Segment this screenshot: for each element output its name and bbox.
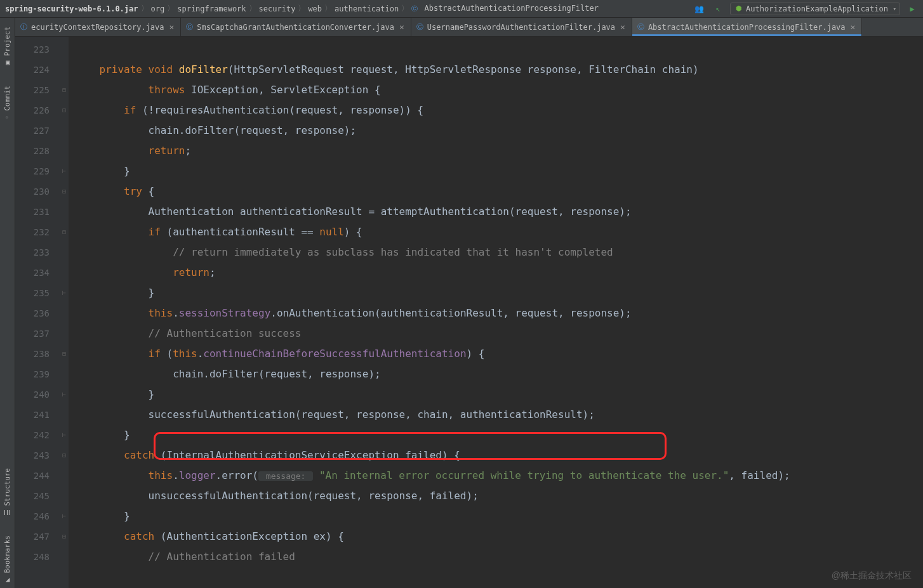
project-tool-tab[interactable]: ▣ Project [2, 23, 13, 70]
code-line[interactable]: } [69, 425, 923, 445]
code-line[interactable]: } [69, 384, 923, 405]
code-editor[interactable]: 2232242252262272282292302312322332342352… [15, 37, 923, 588]
code-line[interactable]: if (authenticationResult == null) { [69, 222, 923, 242]
code-line[interactable]: try { [69, 181, 923, 202]
code-line[interactable]: unsuccessfulAuthentication(request, resp… [69, 486, 923, 506]
code-line[interactable]: // Authentication success [69, 323, 923, 344]
code-line[interactable]: // Authentication failed [69, 547, 923, 567]
line-number: 234 [15, 263, 60, 283]
code-line[interactable]: } [69, 283, 923, 303]
close-icon[interactable]: × [849, 22, 857, 32]
line-number: 238 [15, 344, 60, 364]
editor-tab[interactable]: ⒾecurityContextRepository.java× [15, 18, 181, 36]
code-line[interactable]: } [69, 506, 923, 526]
fold-indicator[interactable]: ⊢ [60, 425, 69, 445]
close-icon[interactable]: × [619, 22, 627, 32]
code-line[interactable]: if (!requiresAuthentication(request, res… [69, 100, 923, 121]
tab-label: Structure [3, 468, 11, 506]
breadcrumb-item[interactable]: org [150, 4, 166, 13]
tab-label: UsernamePasswordAuthenticationFilter.jav… [427, 23, 615, 32]
spring-boot-icon: ⬢ [736, 4, 742, 13]
breadcrumb-class[interactable]: Ⓒ AbstractAuthenticationProcessingFilter [410, 4, 600, 13]
chevron-right-icon: 〉 [298, 3, 305, 14]
code-line[interactable] [69, 39, 923, 60]
fold-indicator [60, 141, 69, 161]
back-arrow-icon[interactable]: ↖ [711, 2, 725, 16]
java-class-icon: Ⓘ [20, 22, 27, 32]
line-number: 229 [15, 161, 60, 181]
fold-indicator [60, 323, 69, 344]
fold-indicator [60, 547, 69, 567]
tab-label: Commit [3, 86, 11, 111]
code-with-me-icon[interactable]: 👥 [692, 2, 706, 16]
class-icon: Ⓒ [411, 5, 418, 12]
code-line[interactable]: } [69, 161, 923, 181]
fold-indicator [60, 364, 69, 384]
code-line[interactable]: successfulAuthentication(request, respon… [69, 405, 923, 425]
line-number: 248 [15, 547, 60, 567]
editor-tab[interactable]: ⒸAbstractAuthenticationProcessingFilter.… [632, 18, 863, 36]
run-button-icon[interactable]: ▶ [905, 2, 919, 16]
editor-tab-bar: ⒾecurityContextRepository.java×ⒸSmsCaptc… [15, 18, 923, 37]
tab-label: Project [3, 27, 11, 56]
fold-indicator[interactable]: ⊟ [60, 100, 69, 121]
fold-indicator [60, 60, 69, 80]
fold-indicator[interactable]: ⊢ [60, 161, 69, 181]
breadcrumb-item[interactable]: springframework [176, 4, 247, 13]
code-content[interactable]: private void doFilter(HttpServletRequest… [69, 37, 923, 588]
code-line[interactable]: throws IOException, ServletException { [69, 80, 923, 100]
breadcrumb-item[interactable]: security [258, 4, 297, 13]
line-number: 227 [15, 121, 60, 141]
bookmark-icon: ◣ [3, 578, 11, 582]
top-bar: spring-security-web-6.1.0.jar 〉 org 〉 sp… [0, 0, 923, 18]
bookmarks-tool-tab[interactable]: ◣ Bookmarks [2, 532, 13, 588]
code-line[interactable]: chain.doFilter(request, response); [69, 364, 923, 384]
chevron-right-icon: 〉 [167, 3, 175, 14]
code-line[interactable]: private void doFilter(HttpServletRequest… [69, 60, 923, 80]
breadcrumb-item[interactable]: web [307, 4, 323, 13]
editor-tab[interactable]: ⒸUsernamePasswordAuthenticationFilter.ja… [411, 18, 632, 36]
run-config-selector[interactable]: ⬢ AuthorizationExampleApplication ▾ [730, 3, 900, 15]
code-line[interactable]: catch (AuthenticationException ex) { [69, 526, 923, 547]
java-class-icon: Ⓒ [416, 22, 423, 32]
fold-indicator[interactable]: ⊟ [60, 445, 69, 466]
close-icon[interactable]: × [398, 22, 406, 32]
fold-indicator[interactable]: ⊟ [60, 80, 69, 100]
code-line[interactable]: this.logger.error( message: "An internal… [69, 466, 923, 486]
line-number: 235 [15, 283, 60, 303]
line-number: 247 [15, 526, 60, 547]
fold-indicator[interactable]: ⊟ [60, 526, 69, 547]
chevron-right-icon: 〉 [249, 3, 256, 14]
line-number: 245 [15, 486, 60, 506]
fold-indicator [60, 121, 69, 141]
code-line[interactable]: return; [69, 141, 923, 161]
line-number: 244 [15, 466, 60, 486]
code-line[interactable]: return; [69, 263, 923, 283]
fold-indicator [60, 303, 69, 323]
run-config-label: AuthorizationExampleApplication [746, 4, 888, 13]
fold-indicator[interactable]: ⊢ [60, 506, 69, 526]
code-line[interactable]: chain.doFilter(request, response); [69, 121, 923, 141]
line-number: 223 [15, 39, 60, 60]
editor-tab[interactable]: ⒸSmsCaptchaGrantAuthenticationConverter.… [181, 18, 411, 36]
fold-indicator[interactable]: ⊟ [60, 344, 69, 364]
fold-indicator [60, 242, 69, 263]
fold-indicator[interactable]: ⊟ [60, 181, 69, 202]
top-actions: 👥 ↖ ⬢ AuthorizationExampleApplication ▾ … [692, 2, 919, 16]
code-line[interactable]: catch (InternalAuthenticationServiceExce… [69, 445, 923, 466]
structure-tool-tab[interactable]: ☰ Structure [2, 464, 13, 521]
breadcrumb-item[interactable]: authentication [333, 4, 400, 13]
structure-icon: ☰ [3, 509, 11, 516]
commit-tool-tab[interactable]: ◦ Commit [2, 82, 13, 126]
code-line[interactable]: Authentication authenticationResult = at… [69, 202, 923, 222]
fold-indicator[interactable]: ⊟ [60, 222, 69, 242]
fold-gutter[interactable]: ⊟⊟⊢⊟⊟⊢⊟⊢⊢⊟⊢⊟ [60, 37, 69, 588]
code-line[interactable]: if (this.continueChainBeforeSuccessfulAu… [69, 344, 923, 364]
fold-indicator[interactable]: ⊢ [60, 384, 69, 405]
line-number: 240 [15, 384, 60, 405]
fold-indicator[interactable]: ⊢ [60, 283, 69, 303]
code-line[interactable]: this.sessionStrategy.onAuthentication(au… [69, 303, 923, 323]
code-line[interactable]: // return immediately as subclass has in… [69, 242, 923, 263]
breadcrumb-root[interactable]: spring-security-web-6.1.0.jar [4, 4, 140, 13]
close-icon[interactable]: × [168, 22, 176, 32]
